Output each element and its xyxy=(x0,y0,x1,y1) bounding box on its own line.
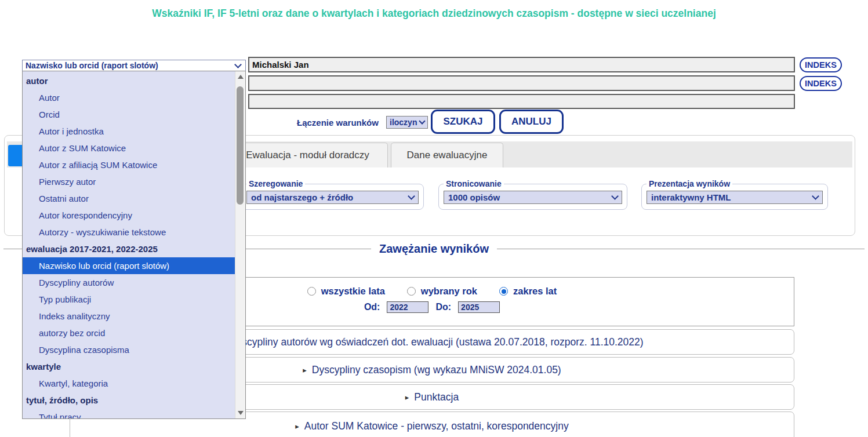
arrow-up-icon xyxy=(238,75,244,79)
dropdown-scrollbar[interactable] xyxy=(235,71,245,418)
expand-arrow-icon: ▸ xyxy=(295,423,299,430)
chevron-down-icon xyxy=(408,192,415,200)
stronicowanie-select-value: 1000 opisów xyxy=(448,192,500,202)
scrollbar-down-button[interactable] xyxy=(235,408,245,418)
section-label: Dyscypliny czasopism (wg wykazu MNiSW 20… xyxy=(312,364,561,376)
section-label: Dyscypliny autorów wg oświadczeń dot. ew… xyxy=(230,336,644,348)
tab-ewaluacja-modul-doradczy[interactable]: Ewaluacja - moduł doradczy xyxy=(227,143,388,167)
dropdown-group-kwartyle: kwartyle xyxy=(23,358,235,375)
arrow-down-icon xyxy=(238,411,244,415)
scrollbar-up-button[interactable] xyxy=(235,72,245,82)
indeks-button-1[interactable]: INDEKS xyxy=(800,57,842,72)
search-field-select-value: Nazwisko lub orcid (raport slotów) xyxy=(26,61,158,70)
chevron-down-icon xyxy=(812,192,819,200)
from-label: Od: xyxy=(364,302,380,312)
page-title: Wskaźniki IF, IF 5-letni oraz dane o kwa… xyxy=(0,8,868,20)
radio-icon[interactable] xyxy=(407,287,416,296)
narrowing-heading-text: Zawężanie wyników xyxy=(379,242,489,256)
to-label: Do: xyxy=(435,302,451,312)
dropdown-option[interactable]: Dyscypliny autorów xyxy=(23,274,235,291)
section-label: Autor SUM Katowice - pierwszy, ostatni, … xyxy=(304,420,569,432)
chevron-down-icon xyxy=(234,61,242,68)
radio-wszystkie-lata[interactable]: wszystkie lata xyxy=(307,286,385,297)
szukaj-button[interactable]: SZUKAJ xyxy=(431,110,495,134)
dropdown-option[interactable]: autorzy bez orcid xyxy=(23,325,235,341)
szeregowanie-legend: Szeregowanie xyxy=(246,179,305,188)
radio-label: wybrany rok xyxy=(421,286,477,297)
search-input-2[interactable] xyxy=(248,75,795,91)
radio-zakres-lat[interactable]: zakres lat xyxy=(499,286,557,297)
szeregowanie-fieldset: Szeregowanie od najstarszego + źródło xyxy=(241,179,424,210)
dropdown-option[interactable]: Ostatni autor xyxy=(23,190,235,207)
stronicowanie-select[interactable]: 1000 opisów xyxy=(444,191,622,204)
radio-icon[interactable] xyxy=(307,287,316,296)
dropdown-option[interactable]: Pierwszy autor xyxy=(23,173,235,190)
search-input-1[interactable] xyxy=(248,57,795,72)
dropdown-option[interactable]: Autor z afiliacją SUM Katowice xyxy=(23,156,235,173)
page: Wskaźniki IF, IF 5-letni oraz dane o kwa… xyxy=(0,0,868,437)
dropdown-option[interactable]: Indeks analityczny xyxy=(23,308,235,325)
dropdown-option-selected[interactable]: Nazwisko lub orcid (raport slotów) xyxy=(23,257,235,274)
stronicowanie-legend: Stronicowanie xyxy=(444,179,504,188)
radio-wybrany-rok[interactable]: wybrany rok xyxy=(407,286,477,297)
scrollbar-thumb[interactable] xyxy=(237,86,244,205)
dropdown-option[interactable]: Tytuł pracy xyxy=(23,409,235,419)
dropdown-options-list: autor Autor Orcid Autor i jednostka Auto… xyxy=(23,72,235,419)
conditions-label: Łączenie warunków xyxy=(297,118,379,128)
dropdown-group-tytul: tytuł, źródło, opis xyxy=(23,392,235,409)
radio-icon-selected[interactable] xyxy=(499,287,508,296)
dropdown-option[interactable]: Autor z SUM Katowice xyxy=(23,140,235,156)
dropdown-option[interactable]: Orcid xyxy=(23,106,235,123)
search-input-3[interactable] xyxy=(248,94,795,109)
tab-label: Ewaluacja - moduł doradczy xyxy=(246,150,369,161)
indeks-button-2[interactable]: INDEKS xyxy=(800,76,842,91)
szeregowanie-select[interactable]: od najstarszego + źródło xyxy=(246,191,419,204)
stronicowanie-fieldset: Stronicowanie 1000 opisów xyxy=(438,179,627,210)
dropdown-option[interactable]: Dyscyplina czasopisma xyxy=(23,341,235,358)
dropdown-option[interactable]: Autor xyxy=(23,89,235,106)
chevron-down-icon xyxy=(419,118,425,124)
prezentacja-wynikow-select-value: interaktywny HTML xyxy=(651,192,731,202)
szeregowanie-select-value: od najstarszego + źródło xyxy=(251,192,353,202)
tab-label: Dane ewaluacyjne xyxy=(407,150,488,161)
dropdown-group-autor: autor xyxy=(23,72,235,89)
conditions-select[interactable]: iloczyn xyxy=(386,116,428,129)
section-label: Punktacja xyxy=(414,391,459,403)
from-year-input[interactable] xyxy=(387,301,428,313)
prezentacja-wynikow-fieldset: Prezentacja wyników interaktywny HTML xyxy=(641,179,828,210)
search-field-select[interactable]: Nazwisko lub orcid (raport slotów) xyxy=(22,60,246,71)
tab-dane-ewaluacyjne[interactable]: Dane ewaluacyjne xyxy=(391,143,503,167)
dropdown-option[interactable]: Autor i jednostka xyxy=(23,123,235,140)
expand-arrow-icon: ▸ xyxy=(303,366,307,374)
dropdown-option[interactable]: Typ publikacji xyxy=(23,291,235,308)
anuluj-button[interactable]: ANULUJ xyxy=(499,110,564,134)
dropdown-option[interactable]: Autor korespondencyjny xyxy=(23,207,235,224)
divider-line xyxy=(497,249,865,249)
prezentacja-wynikow-select[interactable]: interaktywny HTML xyxy=(647,191,823,204)
radio-label: zakres lat xyxy=(513,286,557,297)
dropdown-group-ewaluacja: ewaluacja 2017-2021, 2022-2025 xyxy=(23,241,235,257)
conditions-select-value: iloczyn xyxy=(390,118,417,127)
radio-label: wszystkie lata xyxy=(321,286,385,297)
prezentacja-wynikow-legend: Prezentacja wyników xyxy=(647,179,732,188)
chevron-down-icon xyxy=(611,192,619,200)
search-field-dropdown: autor Autor Orcid Autor i jednostka Auto… xyxy=(22,71,246,419)
dropdown-option[interactable]: Autorzy - wyszukiwanie tekstowe xyxy=(23,224,235,241)
dropdown-option[interactable]: Kwartyl, kategoria xyxy=(23,375,235,392)
to-year-input[interactable] xyxy=(458,301,500,313)
expand-arrow-icon: ▸ xyxy=(405,394,409,401)
